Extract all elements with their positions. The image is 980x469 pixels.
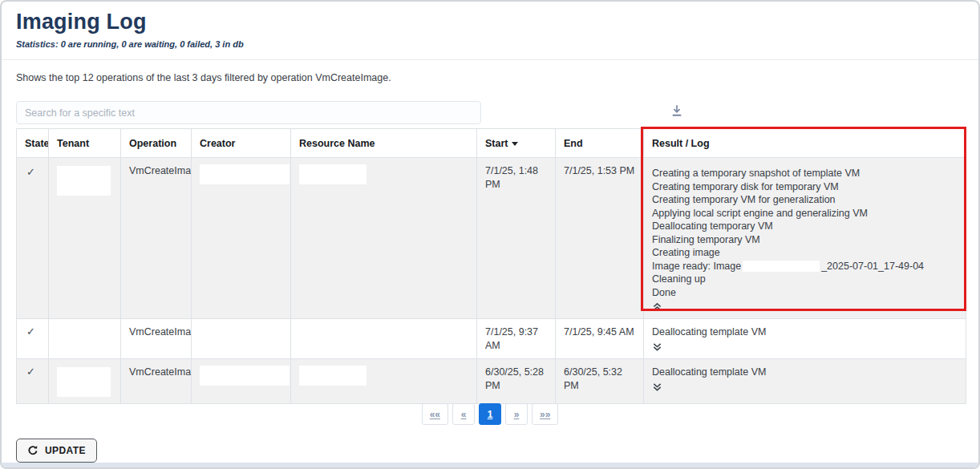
refresh-icon [27, 445, 38, 456]
table-row: ✓ VmCreateImage 6/30/25, 5:28 PM 6/30/25… [17, 359, 966, 404]
update-button[interactable]: UPDATE [16, 439, 97, 463]
column-header-operation[interactable]: Operation [121, 129, 192, 158]
pagination-page-1-button[interactable]: 1 [479, 403, 501, 425]
expand-log-button[interactable] [652, 341, 662, 352]
pagination-last-button[interactable]: »» [532, 403, 558, 425]
checkmark-icon: ✓ [25, 366, 35, 378]
redacted-creator [200, 325, 290, 346]
column-header-tenant[interactable]: Tenant [49, 129, 121, 158]
column-header-end[interactable]: End [556, 129, 644, 158]
download-icon [670, 108, 684, 120]
double-chevron-up-icon [652, 302, 662, 314]
operation-cell: VmCreateImage [121, 319, 192, 359]
pagination-next-button[interactable]: » [505, 403, 528, 425]
download-button[interactable] [666, 100, 688, 123]
redacted-resource-name [299, 366, 366, 386]
table-row: ✓ VmCreateImage 7/1/25, 1:48 PM 7/1/25, … [17, 158, 966, 319]
column-header-state[interactable]: State [17, 129, 49, 158]
image-ready-line: Image ready: Image_2025-07-01_17-49-04 [652, 260, 958, 273]
start-cell: 7/1/25, 9:37 AM [477, 319, 556, 359]
redacted-resource-name [299, 164, 366, 184]
redacted-tenant [57, 367, 111, 397]
double-chevron-down-icon [652, 382, 662, 394]
end-cell: 7/1/25, 1:53 PM [556, 158, 644, 319]
search-input[interactable] [16, 101, 481, 124]
column-header-creator[interactable]: Creator [192, 129, 291, 158]
redacted-image-name [743, 261, 820, 272]
pagination: «« « 1 » »» [2, 403, 978, 425]
header-divider [2, 59, 978, 60]
redacted-resource-name [299, 325, 366, 346]
redacted-tenant [57, 166, 111, 196]
redacted-tenant [57, 327, 111, 351]
column-header-resource-name[interactable]: Resource Name [291, 129, 477, 158]
operation-cell: VmCreateImage [121, 359, 192, 404]
checkmark-icon: ✓ [25, 325, 35, 338]
table-description: Shows the top 12 operations of the last … [16, 72, 391, 83]
window-bottom-edge [2, 463, 978, 467]
page-title: Imaging Log [16, 10, 147, 34]
expand-log-button[interactable] [652, 381, 662, 392]
start-cell: 7/1/25, 1:48 PM [477, 158, 556, 319]
sort-desc-icon [512, 142, 518, 146]
table-header-row: State Tenant Operation Creator Resource … [17, 129, 966, 158]
imaging-log-page: Imaging Log Statistics: 0 are running, 0… [0, 0, 980, 469]
operation-cell: VmCreateImage [121, 158, 192, 319]
operations-table: State Tenant Operation Creator Resource … [16, 128, 966, 404]
double-chevron-down-icon [652, 342, 662, 354]
column-header-result-log[interactable]: Result / Log [644, 129, 966, 158]
start-cell: 6/30/25, 5:28 PM [477, 359, 556, 404]
table-row: ✓ VmCreateImage 7/1/25, 9:37 AM 7/1/25, … [17, 319, 966, 359]
end-cell: 6/30/25, 5:32 PM [556, 359, 644, 404]
pagination-first-button[interactable]: «« [422, 403, 448, 425]
column-header-start[interactable]: Start [477, 129, 556, 158]
result-log-cell: Creating a temporary snapshot of templat… [644, 158, 966, 319]
redacted-creator [200, 164, 290, 184]
result-log-cell: Deallocating template VM [644, 359, 966, 404]
pagination-prev-button[interactable]: « [452, 403, 475, 425]
collapse-log-button[interactable] [652, 301, 662, 312]
end-cell: 7/1/25, 9:45 AM [556, 319, 644, 359]
statistics-line: Statistics: 0 are running, 0 are waiting… [16, 39, 244, 49]
update-button-label: UPDATE [45, 445, 86, 456]
checkmark-icon: ✓ [25, 166, 35, 178]
result-log-cell: Deallocating template VM [644, 319, 966, 359]
redacted-creator [200, 366, 290, 386]
